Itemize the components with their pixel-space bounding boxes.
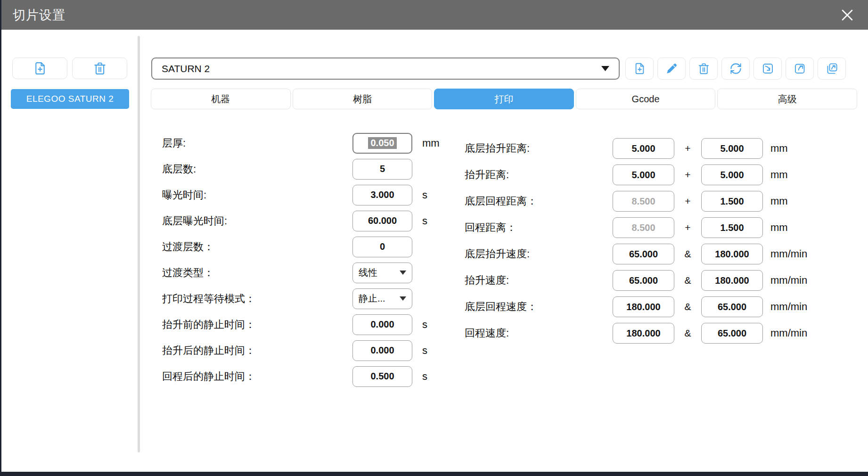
operator-label: & bbox=[674, 248, 701, 260]
field-label: 层厚: bbox=[162, 136, 352, 150]
field-label: 过渡层数： bbox=[162, 240, 352, 254]
form-row: 曝光时间: 3.000 s bbox=[162, 182, 440, 208]
tab-label: 机器 bbox=[211, 93, 230, 106]
unit-label: mm bbox=[770, 142, 788, 155]
unit-label: s bbox=[422, 319, 427, 331]
export-all-icon bbox=[826, 62, 838, 75]
form-row: 底层回程速度： 180.000 & 65.000 mm/min bbox=[465, 294, 807, 320]
transition-layers-input[interactable]: 0 bbox=[352, 237, 412, 257]
field-label: 抬升速度: bbox=[465, 273, 613, 287]
lift-distance-input-1[interactable]: 5.000 bbox=[613, 164, 674, 185]
machine-select-dropdown[interactable]: SATURN 2 bbox=[151, 57, 620, 80]
tab-label: 树脂 bbox=[353, 93, 372, 106]
rest-after-lift-input[interactable]: 0.000 bbox=[352, 340, 412, 361]
unit-label: s bbox=[422, 189, 427, 201]
lift-speed-input-1[interactable]: 65.000 bbox=[613, 270, 674, 291]
bottom-retract-distance-input-2[interactable]: 1.500 bbox=[701, 191, 763, 212]
retract-distance-input-2[interactable]: 1.500 bbox=[701, 217, 763, 238]
field-label: 曝光时间: bbox=[162, 188, 352, 202]
rest-after-retract-input[interactable]: 0.500 bbox=[352, 366, 412, 387]
form-row: 层厚: 0.050 mm bbox=[162, 130, 440, 156]
form-row: 过渡层数： 0 bbox=[162, 234, 440, 260]
export-all-profiles-button[interactable] bbox=[818, 57, 846, 80]
field-label: 底层抬升距离: bbox=[465, 141, 613, 156]
import-profile-button[interactable] bbox=[753, 57, 782, 80]
unit-label: mm bbox=[770, 222, 788, 234]
bottom-lift-distance-input-1[interactable]: 5.000 bbox=[613, 138, 674, 159]
bottom-lift-distance-input-2[interactable]: 5.000 bbox=[701, 138, 763, 159]
pencil-icon bbox=[665, 62, 678, 75]
field-label: 打印过程等待模式： bbox=[162, 292, 352, 306]
bottom-exposure-time-input[interactable]: 60.000 bbox=[352, 211, 412, 231]
export-icon bbox=[794, 62, 806, 75]
file-plus-icon bbox=[633, 62, 646, 75]
unit-label: mm bbox=[422, 137, 440, 149]
delete-profile-button[interactable] bbox=[72, 57, 127, 79]
file-plus-icon bbox=[33, 61, 47, 75]
operator-label: + bbox=[674, 169, 701, 181]
tab-gcode[interactable]: Gcode bbox=[576, 89, 716, 109]
form-row: 抬升速度: 65.000 & 180.000 mm/min bbox=[465, 267, 807, 294]
operator-label: & bbox=[674, 328, 701, 339]
form-row: 底层曝光时间: 60.000 s bbox=[162, 208, 440, 234]
retract-speed-input-1[interactable]: 180.000 bbox=[613, 323, 674, 344]
lift-distance-input-2[interactable]: 5.000 bbox=[701, 164, 763, 185]
chevron-down-icon bbox=[400, 296, 406, 301]
form-row: 底层数: 5 bbox=[162, 156, 440, 182]
retract-distance-input-1[interactable]: 8.500 bbox=[613, 217, 674, 238]
field-label: 回程距离： bbox=[465, 221, 613, 235]
form-row: 抬升距离: 5.000 + 5.000 mm bbox=[465, 162, 807, 188]
field-label: 底层回程速度： bbox=[465, 300, 613, 314]
trash-icon bbox=[93, 61, 107, 75]
unit-label: mm/min bbox=[770, 248, 807, 260]
bottom-lift-speed-input-1[interactable]: 65.000 bbox=[613, 244, 674, 264]
select-value: 静止... bbox=[359, 292, 385, 305]
form-row: 抬升前的静止时间： 0.000 s bbox=[162, 312, 440, 337]
delete-profile-toolbar-button[interactable] bbox=[689, 57, 718, 80]
bottom-lift-speed-input-2[interactable]: 180.000 bbox=[701, 244, 763, 264]
field-label: 回程速度: bbox=[465, 326, 613, 340]
selected-text: 0.050 bbox=[368, 137, 396, 149]
form-column-right: 底层抬升距离: 5.000 + 5.000 mm 抬升距离: 5.000 + 5… bbox=[465, 135, 807, 346]
operator-label: + bbox=[674, 143, 701, 154]
print-wait-mode-select[interactable]: 静止... bbox=[352, 288, 412, 309]
chevron-down-icon bbox=[400, 271, 406, 275]
tab-advanced[interactable]: 高级 bbox=[717, 89, 857, 109]
form-row: 过渡类型： 线性 bbox=[162, 260, 440, 286]
close-button[interactable] bbox=[839, 7, 856, 24]
form-row: 底层抬升距离: 5.000 + 5.000 mm bbox=[465, 135, 807, 162]
bottom-layers-input[interactable]: 5 bbox=[352, 159, 412, 180]
tab-resin[interactable]: 树脂 bbox=[293, 89, 433, 109]
form-row: 底层回程距离： 8.500 + 1.500 mm bbox=[465, 188, 807, 214]
exposure-time-input[interactable]: 3.000 bbox=[352, 185, 412, 205]
refresh-icon bbox=[729, 62, 742, 75]
tab-machine[interactable]: 机器 bbox=[151, 89, 291, 109]
layer-height-input[interactable]: 0.050 bbox=[352, 133, 412, 154]
tab-print[interactable]: 打印 bbox=[434, 89, 574, 109]
unit-label: s bbox=[422, 370, 427, 383]
machine-select-value: SATURN 2 bbox=[162, 63, 210, 74]
bottom-retract-distance-input-1[interactable]: 8.500 bbox=[613, 191, 674, 212]
retract-speed-input-2[interactable]: 65.000 bbox=[701, 323, 763, 344]
dialog-title: 切片设置 bbox=[13, 7, 66, 24]
sidebar-item-profile[interactable]: ELEGOO SATURN 2 bbox=[11, 89, 129, 109]
reset-profile-button[interactable] bbox=[721, 57, 750, 80]
screen: 切片设置 bbox=[0, 0, 868, 476]
rename-profile-button[interactable] bbox=[657, 57, 686, 80]
form-row: 回程距离： 8.500 + 1.500 mm bbox=[465, 214, 807, 241]
bottom-retract-speed-input-2[interactable]: 65.000 bbox=[701, 296, 763, 317]
tab-label: Gcode bbox=[632, 94, 660, 105]
form-row: 抬升后的静止时间： 0.000 s bbox=[162, 337, 440, 363]
unit-label: mm bbox=[770, 195, 788, 207]
chevron-down-icon bbox=[601, 66, 609, 71]
lift-speed-input-2[interactable]: 180.000 bbox=[701, 270, 763, 291]
select-value: 线性 bbox=[359, 266, 377, 279]
bottom-retract-speed-input-1[interactable]: 180.000 bbox=[613, 296, 674, 317]
transition-type-select[interactable]: 线性 bbox=[352, 263, 412, 283]
new-profile-button[interactable] bbox=[12, 57, 67, 79]
export-profile-button[interactable] bbox=[786, 57, 814, 80]
sidebar-divider bbox=[138, 36, 140, 452]
add-profile-button[interactable] bbox=[625, 57, 654, 80]
rest-before-lift-input[interactable]: 0.000 bbox=[352, 314, 412, 335]
import-icon bbox=[762, 62, 774, 75]
